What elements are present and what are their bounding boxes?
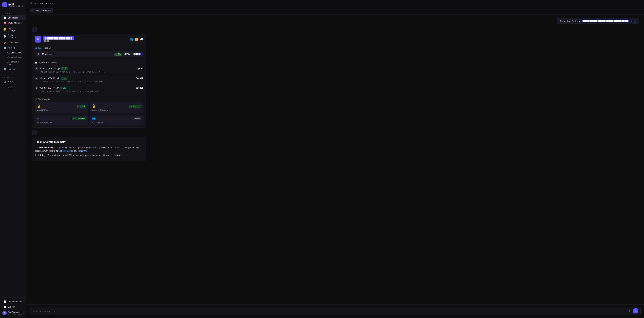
people-icon: 👥 — [92, 117, 96, 120]
sidebar-sub-ai-pumpfun[interactable]: AI PumpFun Launch — [1, 60, 26, 66]
sidebar-item-label: ZODs — [8, 80, 13, 83]
sidebar-item-label: AI Tools — [8, 47, 15, 49]
shield-icon: 🛡 — [35, 98, 37, 100]
risk-analysis-section: 🛡 Risk Analysis 🔒 Locked L — [32, 96, 146, 127]
sidebar-toggle-icon[interactable]: ☰ — [30, 2, 32, 5]
main-content: ☰ AI › On-Chain Chat Claude 3.5 Sonnet ▾… — [27, 0, 644, 318]
topbar: ☰ AI › On-Chain Chat — [27, 0, 644, 7]
twitter-link[interactable]: Twitter — [67, 150, 73, 152]
sidebar-item-label: More — [8, 86, 12, 88]
user-info: Sol Engineer sol.eng@zods.pro — [8, 311, 22, 315]
socials-icon: 📡 — [3, 35, 6, 38]
avatar: S — [2, 311, 7, 315]
projects-label: Projects — [0, 74, 27, 79]
ownership-badge: Renounced — [129, 105, 142, 108]
unlock-icon: 🔓 — [92, 104, 96, 108]
sidebar-sub-on-chain-chat[interactable]: On-Chain Chat — [1, 51, 26, 55]
summary-title: Token Analysis Summary — [35, 140, 143, 144]
risk-top-holders: 👥 29.4% Top 10 Holders — [90, 115, 144, 125]
risk-freeze: ❄ Not Freezable Token Freezability — [35, 115, 88, 125]
model-bar: Claude 3.5 Sonnet ▾ — [27, 7, 644, 14]
summary-block: Token Analysis Summary 1. Token Overview… — [32, 137, 146, 161]
sidebar-item-label: Dashboard — [8, 17, 18, 19]
ownership-label: Contract Ownership — [92, 109, 142, 111]
sidebar-item-documentation[interactable]: 📄 Documentation — [1, 299, 26, 304]
sidebar: Z ZODs On-chain AI & tools Platform 🕐 Da… — [0, 0, 27, 318]
token-header: P ████████████████ ████ 🌐 🔁 💬 — [32, 34, 146, 45]
user-query: Do analysis for token ██████████████████… — [557, 18, 639, 24]
app-logo-text: ZODs On-chain AI & tools — [8, 2, 23, 7]
sidebar-item-launch-pad[interactable]: 🚀 Launch Pad › — [1, 40, 26, 45]
link-icon: 🔗 — [57, 67, 60, 70]
lock-icon: 🔒 — [37, 104, 40, 108]
sidebar-user[interactable]: S Sol Engineer sol.eng@zods.pro ⇅ — [0, 310, 27, 317]
sidebar-item-socials-manager[interactable]: 📡 Socials Manager › — [1, 33, 26, 40]
message-bar: 📎 ↑ — [27, 305, 644, 318]
bundle-token-pill: ████ — [133, 53, 142, 55]
token-name: ████████████████ — [43, 37, 130, 39]
token-name-block: ████████████████ ████ — [43, 37, 130, 42]
projects-section: Projects ⊞ ZODs ··· More — [0, 73, 27, 91]
query-token-address: ████████████████████████████ — [582, 20, 629, 22]
summary-item-2: 2. Holdings: The top holder owns 5.9% of… — [35, 154, 143, 157]
sidebar-item-support[interactable]: 💬 Support — [1, 305, 26, 310]
risk-liquidity: 🔒 Locked Liquidity Status — [35, 102, 88, 113]
message-input[interactable] — [33, 310, 625, 314]
assistant-response: ⚙ P ████████████████ ████ 🌐 🔁 — [32, 27, 146, 161]
sub-item-label: Generate Image — [8, 56, 22, 58]
breadcrumb-sep: › — [37, 2, 38, 5]
sidebar-item-label: Support — [8, 306, 15, 308]
holder-row-3: 3 8CGJ...ezeD 🏴 🔗 3.5% $152.1k LCAT: 36k… — [35, 84, 144, 94]
website-link[interactable]: website — [58, 150, 66, 152]
risk-grid: 🔒 Locked Liquidity Status 🔓 — [35, 102, 144, 125]
settings-icon: ⚙ — [33, 131, 35, 134]
bundle-pct-badge: 10.5% — [114, 53, 122, 56]
chat-icon[interactable]: 💬 — [140, 38, 144, 41]
send-button[interactable]: ↑ — [633, 309, 638, 314]
link-icon: 🔗 — [56, 87, 59, 89]
sidebar-item-tokens-manager[interactable]: 🪙 Tokens Manager › — [1, 26, 26, 33]
holders-icon: 📋 — [35, 61, 37, 64]
ai-tools-icon: ⚙️ — [3, 46, 6, 49]
settings-btn[interactable]: ⚙ — [32, 27, 37, 31]
holder-row-2: 2 HCao...2mT9 🏴 🔗 3.8% $608.2k SHRUB: 1.… — [35, 75, 144, 84]
sidebar-item-settings[interactable]: ⚙️ Settings › — [1, 66, 26, 72]
settings-btn-2[interactable]: ⚙ — [32, 130, 37, 135]
sidebar-item-zods[interactable]: ⊞ ZODs — [1, 79, 26, 84]
sidebar-logo[interactable]: Z ZODs On-chain AI & tools — [0, 0, 27, 9]
sidebar-item-dashboard[interactable]: 🕐 Dashboard — [1, 15, 26, 20]
user-email: sol.eng@zods.pro — [8, 314, 22, 315]
section-title-holders: 📋 Top Holders - Wallets — [35, 61, 144, 64]
sidebar-item-wallet-manager[interactable]: 👛 Wallet Manager — [1, 20, 26, 25]
token-card: P ████████████████ ████ 🌐 🔁 💬 — [32, 34, 146, 128]
wallet-icon: 👛 — [3, 22, 6, 24]
top-holders-section: 📋 Top Holders - Wallets 1 BG91...CVGX 🏴 … — [32, 59, 146, 96]
section-title-risk: 🛡 Risk Analysis — [35, 98, 144, 100]
expand-icon: ⇅ — [23, 312, 24, 314]
sidebar-item-label: Wallet Manager — [8, 22, 22, 24]
sidebar-item-ai-tools[interactable]: ⚙️ AI Tools ˅ — [1, 45, 26, 50]
sidebar-sub-generate-image[interactable]: Generate Image — [1, 55, 26, 59]
token-tag: ████ — [43, 40, 50, 42]
globe-icon[interactable]: 🌐 — [130, 38, 133, 41]
chat-area: Do analysis for token ██████████████████… — [27, 14, 644, 305]
query-prefix: Do analysis for token — [560, 20, 580, 22]
bundled-icon: 👥 — [35, 47, 37, 49]
dashboard-icon: 🕐 — [3, 16, 6, 19]
sub-item-label: AI PumpFun Launch — [8, 61, 23, 65]
more-icon: ··· — [3, 85, 6, 88]
flag-icon: 🏴 — [54, 67, 56, 70]
sidebar-item-more[interactable]: ··· More — [1, 84, 26, 89]
bundle-value: 105M of — [124, 53, 131, 55]
flag-icon: 🏴 — [53, 77, 56, 79]
chevron-down-icon: ▾ — [50, 10, 51, 11]
telegram-link[interactable]: Telegram — [78, 150, 86, 152]
sidebar-bottom: 📄 Documentation 💬 Support S Sol Engineer… — [0, 298, 27, 318]
launch-icon: 🚀 — [3, 41, 6, 44]
top-holders-label: Top 10 Holders — [92, 121, 142, 123]
model-label: Claude 3.5 Sonnet — [32, 9, 49, 12]
refresh-icon[interactable]: 🔁 — [135, 38, 138, 41]
bundle-num: 1 — [37, 52, 40, 56]
model-selector[interactable]: Claude 3.5 Sonnet ▾ — [30, 8, 53, 13]
attach-button[interactable]: 📎 — [626, 309, 632, 314]
